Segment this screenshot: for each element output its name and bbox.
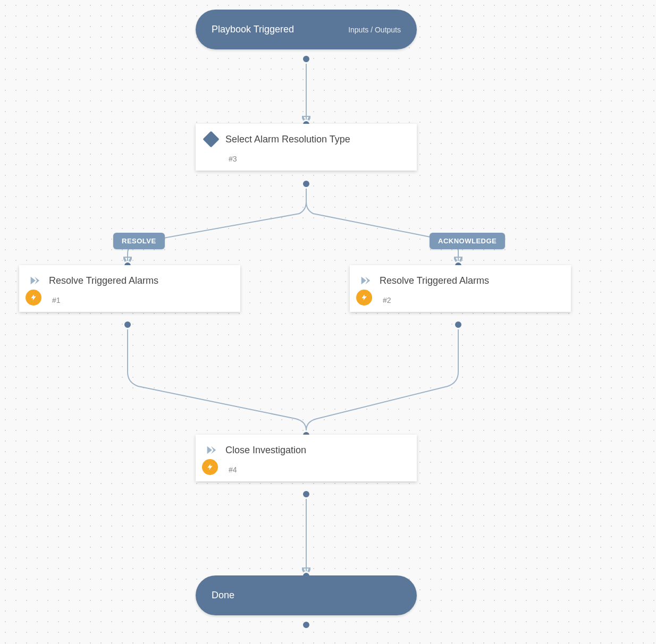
end-node[interactable]: Done — [196, 575, 417, 615]
action-node-1[interactable]: Resolve Triggered Alarms #1 — [19, 265, 240, 312]
connector-dot — [123, 320, 132, 329]
chevron-icon — [359, 275, 371, 286]
flow-connectors — [0, 0, 656, 644]
diamond-icon — [203, 131, 219, 147]
bolt-icon — [356, 290, 372, 306]
action-id: #2 — [383, 296, 561, 304]
start-title: Playbook Triggered — [212, 24, 294, 35]
connector-dot — [301, 620, 311, 630]
start-node[interactable]: Playbook Triggered Inputs / Outputs — [196, 10, 417, 49]
connector-dot — [453, 320, 463, 329]
branch-label-acknowledge[interactable]: ACKNOWLEDGE — [430, 233, 505, 249]
chevron-icon — [29, 275, 40, 286]
decision-node[interactable]: Select Alarm Resolution Type #3 — [196, 124, 417, 171]
chevron-icon — [205, 444, 217, 456]
decision-id: #3 — [229, 155, 407, 163]
action-node-2[interactable]: Resolve Triggered Alarms #2 — [350, 265, 571, 312]
action-id: #1 — [52, 296, 231, 304]
decision-title: Select Alarm Resolution Type — [225, 134, 350, 145]
end-title: Done — [212, 590, 234, 601]
bolt-icon — [202, 459, 218, 475]
action-title: Resolve Triggered Alarms — [49, 275, 158, 286]
action-title: Close Investigation — [225, 445, 306, 456]
action-title: Resolve Triggered Alarms — [380, 275, 489, 286]
bolt-icon — [26, 290, 41, 306]
branch-label-resolve[interactable]: RESOLVE — [113, 233, 165, 249]
connector-dot — [301, 54, 311, 64]
action-node-4[interactable]: Close Investigation #4 — [196, 435, 417, 481]
action-id: #4 — [229, 465, 407, 474]
connector-dot — [301, 179, 311, 189]
connector-dot — [301, 489, 311, 499]
io-link[interactable]: Inputs / Outputs — [348, 26, 401, 34]
